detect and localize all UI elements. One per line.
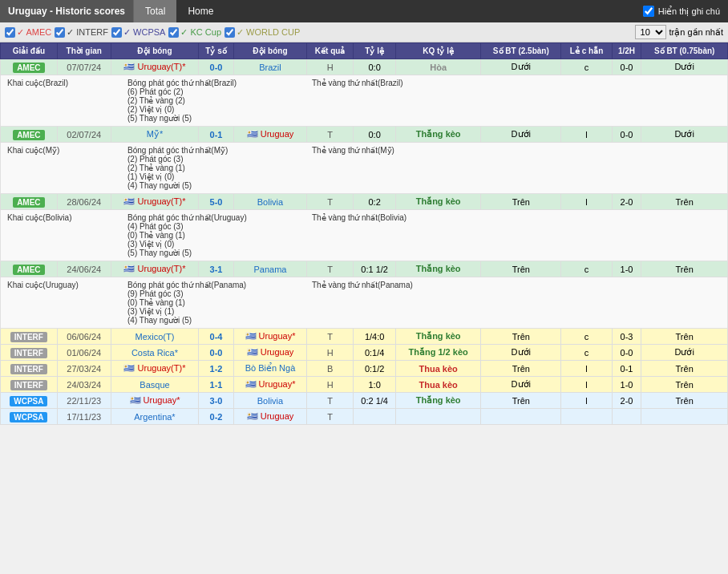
team1-name[interactable]: Argentina* [134, 412, 175, 422]
kq-tyle-cell: Thắng kèo [396, 393, 481, 409]
competition-badge: WCPSA [1, 393, 58, 409]
score-cell[interactable]: 1-1 [199, 377, 234, 393]
team2-name[interactable]: 🇺🇾 Uruguay [247, 347, 294, 357]
th-half: 1/2H [612, 43, 641, 59]
team2-name[interactable]: Panama [253, 265, 286, 274]
competition-badge: INTERF [1, 361, 58, 377]
match-date: 22/11/23 [57, 393, 111, 409]
team2-cell: 🇺🇾 Uruguay [233, 409, 306, 425]
th-kq-tyle: KQ tỷ lệ [396, 43, 481, 59]
filter-amec[interactable]: ✓ AMEC [5, 27, 51, 38]
main-table: Giải đấu Thời gian Đội bóng Tỷ số Đội bó… [0, 42, 728, 425]
competition-badge: AMEC [1, 261, 58, 277]
sobt-cell: Trên [481, 194, 561, 210]
sobt2-cell: Dưới [641, 127, 728, 143]
result-cell: H [307, 59, 354, 75]
team1-name[interactable]: Mexico(T) [135, 332, 175, 342]
team1-cell: 🇺🇾 Uruguay* [111, 393, 199, 409]
sobt-cell: Trên [481, 329, 561, 345]
lec-cell: c [561, 329, 612, 345]
score-cell[interactable]: 0-0 [199, 345, 234, 361]
score-cell[interactable]: 3-0 [199, 393, 234, 409]
team1-name[interactable]: Costa Rica* [131, 348, 178, 358]
th-sobt-25: Số BT (2.5bàn) [481, 43, 561, 59]
sobt2-cell: Trên [641, 261, 728, 277]
team2-name[interactable]: 🇺🇾 Uruguay [247, 411, 294, 421]
sobt-cell: Dưới [481, 377, 561, 393]
kq-tyle-cell: Thắng kèo [396, 127, 481, 143]
kq-tyle-cell: Hòa [396, 59, 481, 75]
competition-badge: INTERF [1, 345, 58, 361]
kq-tyle-cell: Thắng kèo [396, 329, 481, 345]
table-row: WCPSA 22/11/23 🇺🇾 Uruguay* 3-0 Bolivia T… [1, 393, 728, 409]
lec-cell: l [561, 361, 612, 377]
detail-row: Khai cuộc(Bolivia) Bóng phát góc thứ nhấ… [1, 210, 728, 261]
filter-wcpsa[interactable]: ✓ WCPSA [111, 27, 165, 38]
result-cell: B [307, 361, 354, 377]
result-cell: T [307, 393, 354, 409]
th-competition: Giải đấu [1, 43, 58, 59]
tab-total[interactable]: Total [134, 0, 176, 22]
team1-name[interactable]: 🇺🇾 Uruguay(T)* [123, 196, 185, 206]
th-team2: Đội bóng [233, 43, 306, 59]
team2-cell: 🇺🇾 Uruguay [233, 345, 306, 361]
team1-name[interactable]: Basque [140, 380, 169, 390]
match-date: 01/06/24 [57, 345, 111, 361]
th-odds: Tỷ lệ [354, 43, 396, 59]
sobt2-cell: Trên [641, 393, 728, 409]
score-cell[interactable]: 1-2 [199, 361, 234, 377]
team2-cell: Bolivia [233, 393, 306, 409]
team2-name[interactable]: 🇺🇾 Uruguay* [245, 331, 296, 341]
team2-cell: Bolivia [233, 194, 306, 210]
team1-cell: Mỹ* [111, 127, 199, 143]
team2-cell: 🇺🇾 Uruguay [233, 127, 306, 143]
detail-khai-cuoc: Khai cuộc(Mỹ) [7, 146, 103, 190]
detail-khai-cuoc: Khai cuộc(Uruguay) [7, 281, 103, 325]
site-title: Uruguay - Historic scores [0, 0, 134, 22]
recent-count-select[interactable]: 10 20 30 [635, 25, 666, 39]
lec-cell: l [561, 194, 612, 210]
score-cell[interactable]: 0-2 [199, 409, 234, 425]
team2-cell: Bò Biển Ngà [233, 361, 306, 377]
show-note-checkbox[interactable] [643, 6, 654, 17]
detail-bong-phat-goc: Bóng phát góc thứ nhất(Panama)(9) Phát g… [127, 281, 288, 325]
tab-home[interactable]: Home [176, 0, 224, 22]
filter-worldcup[interactable]: ✓ WORLD CUP [224, 27, 300, 38]
score-cell[interactable]: 0-1 [199, 127, 234, 143]
sobt-cell: Trên [481, 261, 561, 277]
odds-cell: 0:2 [354, 194, 396, 210]
competition-badge: INTERF [1, 377, 58, 393]
kq-tyle-cell: Thua kèo [396, 377, 481, 393]
filter-interf[interactable]: ✓ INTERF [55, 27, 108, 38]
odds-cell: 0:1/4 [354, 345, 396, 361]
table-row: AMEC 24/06/24 🇺🇾 Uruguay(T)* 3-1 Panama … [1, 261, 728, 277]
match-date: 07/07/24 [57, 59, 111, 75]
team2-name[interactable]: 🇺🇾 Uruguay* [245, 379, 296, 389]
detail-khai-cuoc: Khai cuộc(Brazil) [7, 79, 103, 123]
team1-name[interactable]: Mỹ* [147, 129, 163, 139]
team1-name[interactable]: 🇺🇾 Uruguay* [130, 395, 180, 405]
team2-name[interactable]: Brazil [259, 63, 281, 72]
team2-name[interactable]: 🇺🇾 Uruguay [247, 129, 294, 139]
score-cell[interactable]: 0-0 [199, 59, 234, 75]
team2-name[interactable]: Bolivia [257, 197, 283, 207]
th-sobt-075: Số BT (0.75bàn) [641, 43, 728, 59]
score-cell[interactable]: 5-0 [199, 194, 234, 210]
sobt2-cell: Dưới [641, 59, 728, 75]
result-cell: T [307, 409, 354, 425]
sobt2-cell: Trên [641, 361, 728, 377]
score-cell[interactable]: 0-4 [199, 329, 234, 345]
team1-name[interactable]: 🇺🇾 Uruguay(T)* [123, 62, 185, 71]
team1-cell: Basque [111, 377, 199, 393]
table-row: WCPSA 17/11/23 Argentina* 0-2 🇺🇾 Uruguay… [1, 409, 728, 425]
team2-name[interactable]: Bolivia [257, 396, 283, 406]
detail-the-vang: Thẻ vàng thứ nhất(Brazil) [312, 79, 456, 123]
team2-name[interactable]: Bò Biển Ngà [245, 363, 296, 373]
table-row: INTERF 27/03/24 🇺🇾 Uruguay(T)* 1-2 Bò Bi… [1, 361, 728, 377]
team1-name[interactable]: 🇺🇾 Uruguay(T)* [123, 363, 185, 373]
team1-name[interactable]: 🇺🇾 Uruguay(T)* [123, 264, 185, 273]
half-cell [612, 409, 641, 425]
score-cell[interactable]: 3-1 [199, 261, 234, 277]
lec-cell: l [561, 393, 612, 409]
filter-kccup[interactable]: ✓ KC Cup [168, 27, 221, 38]
